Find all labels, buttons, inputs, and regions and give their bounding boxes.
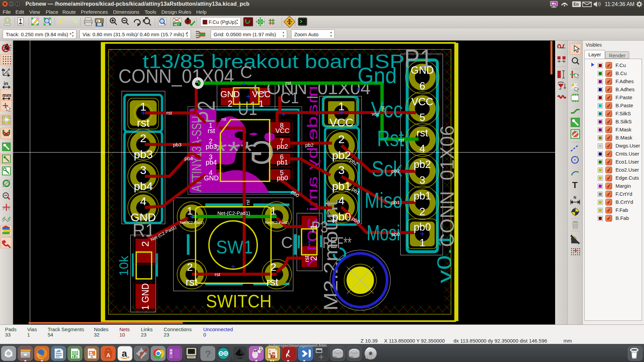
- svg-text:rst: rst: [215, 272, 220, 277]
- svg-text:3: 3: [338, 164, 345, 176]
- svg-text:En: En: [574, 2, 579, 7]
- svg-text:Vcc: Vcc: [371, 97, 403, 122]
- svg-text:pb2: pb2: [391, 168, 400, 174]
- svg-text:φ: φ: [7, 71, 9, 75]
- svg-text:A: A: [106, 352, 110, 359]
- svg-text:6: 6: [419, 80, 425, 92]
- svg-text:in: in: [4, 80, 8, 86]
- svg-text:2: 2: [270, 261, 276, 273]
- svg-text:mm: mm: [2, 92, 11, 98]
- svg-text:1: 1: [309, 225, 319, 229]
- svg-text:CD-R: CD-R: [366, 355, 375, 359]
- svg-text:GND: GND: [411, 64, 434, 76]
- svg-text:pb2: pb2: [414, 159, 431, 170]
- svg-text:5: 5: [419, 112, 425, 123]
- svg-text:NET: NET: [174, 23, 180, 26]
- svg-text:VCC: VCC: [252, 89, 271, 99]
- svg-text:r: r: [4, 68, 5, 72]
- svg-text:rst: rst: [304, 255, 310, 262]
- svg-text:rst: rst: [245, 199, 251, 205]
- svg-text:VCC: VCC: [329, 116, 354, 129]
- svg-text:pb4: pb4: [206, 159, 217, 166]
- svg-text:rst: rst: [185, 276, 198, 288]
- svg-text:1: 1: [259, 99, 264, 109]
- svg-text:1 GND: 1 GND: [140, 283, 151, 310]
- svg-text:pb0: pb0: [391, 231, 400, 237]
- svg-text:4: 4: [140, 195, 147, 207]
- svg-text:1: 1: [419, 237, 425, 249]
- svg-text:3: 3: [140, 164, 147, 176]
- svg-text:pb2: pb2: [332, 149, 351, 162]
- svg-text:2: 2: [228, 99, 232, 109]
- svg-text:a: a: [122, 348, 127, 359]
- svg-text:U1: U1: [238, 97, 257, 119]
- svg-text:11:24:36 AM: 11:24:36 AM: [605, 1, 635, 7]
- svg-text:rst: rst: [398, 137, 404, 143]
- svg-text:3: 3: [419, 174, 425, 186]
- svg-text:rst: rst: [208, 127, 215, 134]
- svg-text:rst: rst: [285, 80, 291, 86]
- svg-text:rst: rst: [266, 276, 278, 288]
- svg-text:rst: rst: [221, 117, 226, 122]
- svg-text:CONN_01X04: CONN_01X04: [253, 78, 371, 98]
- svg-text:SW1: SW1: [216, 237, 253, 257]
- svg-text:pb1: pb1: [391, 199, 400, 205]
- svg-text:Gnd: Gnd: [358, 63, 397, 88]
- svg-text:C1: C1: [280, 89, 299, 107]
- svg-text:?: ?: [205, 348, 211, 359]
- svg-text:pb2: pb2: [305, 142, 314, 148]
- svg-text:pb2: pb2: [277, 143, 288, 150]
- svg-text:pb0: pb0: [414, 221, 431, 233]
- svg-text:pb3: pb3: [206, 143, 217, 150]
- svg-text:rst: rst: [417, 127, 428, 139]
- svg-text:Net-(C2-Pad1): Net-(C2-Pad1): [265, 221, 289, 225]
- svg-text:VCC: VCC: [275, 127, 289, 134]
- svg-text:VCC: VCC: [411, 96, 433, 108]
- svg-text:Net-(C2-Pad1): Net-(C2-Pad1): [217, 210, 250, 216]
- svg-text:pb0: pb0: [277, 174, 288, 182]
- svg-text:1: 1: [260, 347, 262, 351]
- svg-text:Net-(C2-Pad1): Net-(C2-Pad1): [180, 221, 204, 225]
- svg-text:vcc: vcc: [372, 111, 379, 117]
- svg-text:rst: rst: [166, 110, 172, 116]
- svg-text:GND: GND: [220, 89, 240, 99]
- svg-text:1: 1: [270, 205, 276, 217]
- svg-text:4: 4: [419, 143, 425, 155]
- svg-text:rst: rst: [137, 116, 150, 129]
- svg-text:GND: GND: [130, 211, 156, 224]
- svg-text:pb1: pb1: [277, 159, 288, 166]
- svg-text:pb1: pb1: [414, 190, 431, 202]
- svg-text:pb3: pb3: [134, 148, 153, 161]
- svg-text:rst: rst: [380, 106, 385, 112]
- svg-text:pb4: pb4: [134, 180, 153, 192]
- svg-text:pb1: pb1: [332, 180, 351, 192]
- svg-text:2: 2: [338, 133, 345, 145]
- svg-text:C: C: [240, 63, 252, 82]
- svg-text:2: 2: [140, 132, 147, 144]
- svg-text:2: 2: [140, 241, 151, 247]
- svg-text:10k: 10k: [117, 255, 131, 276]
- svg-text:N: N: [574, 195, 576, 199]
- svg-text:pb3: pb3: [173, 142, 181, 147]
- svg-text:SWITCH: SWITCH: [206, 291, 272, 311]
- svg-text:2: 2: [419, 206, 425, 218]
- svg-text:2: 2: [187, 261, 193, 273]
- svg-text:GND: GND: [204, 174, 219, 182]
- svg-text:T: T: [572, 180, 578, 190]
- svg-text:pb4: pb4: [184, 156, 193, 161]
- svg-text:4: 4: [338, 194, 345, 207]
- svg-text:pb0: pb0: [332, 210, 351, 223]
- svg-text:C: C: [281, 234, 293, 251]
